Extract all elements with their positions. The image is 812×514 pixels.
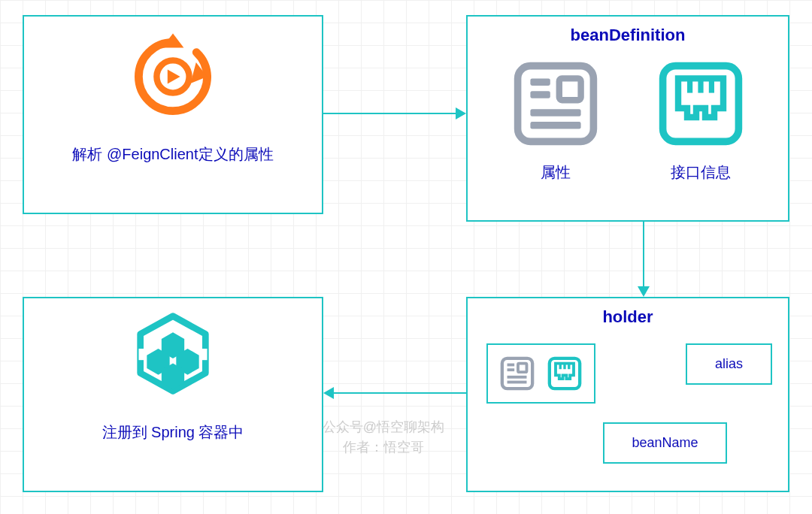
watermark-line1: 公众号@悟空聊架构 bbox=[301, 417, 466, 437]
cubes-icon bbox=[124, 310, 222, 407]
box-holder: holder alias beanName bbox=[466, 297, 789, 492]
holder-title: holder bbox=[468, 307, 788, 327]
svg-rect-5 bbox=[530, 78, 550, 86]
svg-rect-15 bbox=[508, 364, 515, 367]
arrow-3-to-4 bbox=[334, 392, 466, 394]
svg-rect-16 bbox=[508, 368, 515, 371]
svg-marker-3 bbox=[168, 69, 180, 83]
document-icon bbox=[511, 59, 601, 149]
bean-name-label: beanName bbox=[632, 435, 698, 451]
watermark: 公众号@悟空聊架构 作者：悟空哥 bbox=[301, 417, 466, 458]
iface-label: 接口信息 bbox=[656, 162, 746, 183]
network-port-icon-small bbox=[547, 355, 583, 392]
svg-rect-19 bbox=[508, 381, 527, 384]
network-port-icon bbox=[656, 59, 746, 149]
arrow-3-to-4-head bbox=[323, 387, 334, 399]
arrow-1-to-2-head bbox=[456, 107, 466, 119]
svg-rect-18 bbox=[508, 376, 527, 379]
alias-box: alias bbox=[686, 343, 772, 385]
arrow-1-to-2 bbox=[323, 113, 457, 114]
svg-rect-6 bbox=[530, 91, 550, 98]
bean-name-box: beanName bbox=[603, 422, 727, 464]
box1-caption: 解析 @FeignClient定义的属性 bbox=[24, 144, 322, 165]
attr-label: 属性 bbox=[511, 162, 601, 183]
box-spring-container: 注册到 Spring 容器中 bbox=[23, 297, 323, 492]
mini-bean-definition bbox=[486, 343, 595, 404]
svg-rect-29 bbox=[139, 349, 146, 360]
svg-rect-7 bbox=[559, 78, 580, 100]
arrow-2-to-3-head bbox=[638, 286, 650, 297]
watermark-line2: 作者：悟空哥 bbox=[301, 437, 466, 458]
refresh-play-icon bbox=[128, 32, 218, 122]
svg-rect-9 bbox=[530, 122, 580, 129]
svg-rect-17 bbox=[518, 364, 527, 373]
svg-rect-30 bbox=[201, 349, 208, 360]
document-icon-small bbox=[499, 355, 535, 392]
arrow-2-to-3 bbox=[643, 222, 644, 288]
svg-rect-8 bbox=[530, 109, 580, 116]
bean-definition-title: beanDefinition bbox=[468, 26, 788, 45]
box-bean-definition: beanDefinition 属性 bbox=[466, 15, 789, 222]
box4-caption: 注册到 Spring 容器中 bbox=[24, 422, 322, 443]
alias-label: alias bbox=[715, 356, 743, 372]
box-parse-feignclient: 解析 @FeignClient定义的属性 bbox=[23, 15, 323, 214]
